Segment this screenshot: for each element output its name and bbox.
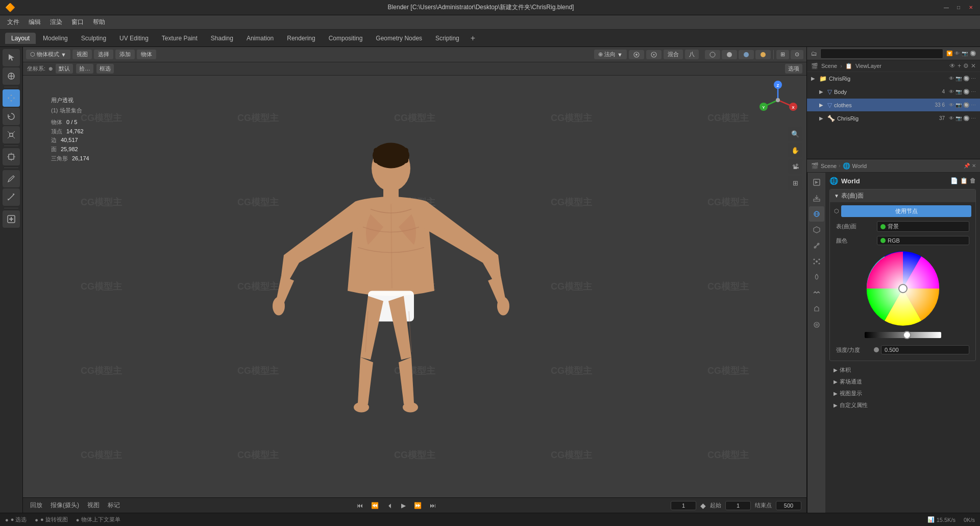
- gizmo-button[interactable]: ⊙: [791, 50, 803, 59]
- prop-tab-world[interactable]: [809, 206, 824, 222]
- jump-start-button[interactable]: ⏮: [355, 501, 365, 510]
- add-object-button[interactable]: [3, 210, 20, 228]
- outliner-item-chrisrig-top[interactable]: ▶ 📁 ChrisRig 👁 📷 🔘 ⋯: [807, 72, 980, 85]
- tab-animation[interactable]: Animation: [240, 33, 280, 44]
- scene-settings-icon[interactable]: ⚙: [963, 62, 969, 69]
- menu-edit[interactable]: 编辑: [24, 16, 45, 28]
- outliner-item-clothes[interactable]: ▶ ▽ clothes 33 6 👁 📷 🔘 ⋯: [807, 99, 980, 112]
- collection-button[interactable]: ⊞: [788, 176, 802, 190]
- start-frame-field[interactable]: 1: [725, 501, 751, 510]
- gradient-slider-handle[interactable]: [903, 331, 911, 339]
- menu-render[interactable]: 渲染: [46, 16, 66, 28]
- minimize-button[interactable]: —: [942, 4, 950, 12]
- tab-sculpting[interactable]: Sculpting: [75, 33, 112, 44]
- use-nodes-button[interactable]: 使用节点: [841, 205, 971, 217]
- num-btn[interactable]: 八: [685, 50, 699, 59]
- tab-scripting[interactable]: Scripting: [429, 33, 465, 44]
- prop-pin-icon[interactable]: 📌: [964, 163, 970, 169]
- clothes-options-icon[interactable]: ⋯: [971, 102, 976, 108]
- viewport-gizmo[interactable]: Z X Y: [757, 80, 798, 121]
- armature-camera-icon[interactable]: 📷: [955, 115, 962, 121]
- view-menu[interactable]: 视图: [72, 50, 92, 59]
- clothes-render-icon[interactable]: 🔘: [963, 102, 969, 108]
- armature-render-icon[interactable]: 🔘: [963, 115, 969, 121]
- custom-props-row[interactable]: ▶ 自定义属性: [829, 399, 976, 411]
- rotate-tool-button[interactable]: [3, 108, 20, 125]
- tab-modeling[interactable]: Modeling: [37, 33, 74, 44]
- menu-file[interactable]: 文件: [3, 16, 23, 28]
- world-delete-icon[interactable]: 🗑: [970, 177, 976, 184]
- world-copy-icon[interactable]: 📋: [960, 177, 968, 184]
- outliner-filter-icon[interactable]: 🔽: [946, 51, 952, 56]
- clothes-camera-icon[interactable]: 📷: [955, 102, 962, 108]
- menu-help[interactable]: 帮助: [89, 16, 109, 28]
- viewport-shading-material[interactable]: [739, 50, 754, 59]
- outliner-item-chrisrig-armature[interactable]: ▶ 🦴 ChrisRig 37 👁 📷 🔘 ⋯: [807, 112, 980, 125]
- viewport-shading-wire[interactable]: [705, 50, 720, 59]
- body-options-icon[interactable]: ⋯: [971, 89, 976, 94]
- object-menu[interactable]: 物体: [137, 50, 156, 59]
- select-mode[interactable]: 框选: [96, 64, 114, 74]
- outliner-search-input[interactable]: [820, 49, 943, 59]
- volume-section-row[interactable]: ▶ 体积: [829, 364, 976, 376]
- add-workspace-button[interactable]: +: [467, 32, 479, 45]
- scene-eye-icon[interactable]: 👁: [949, 62, 955, 69]
- viewport-shading-rendered[interactable]: [755, 50, 771, 59]
- timeline-camera-menu[interactable]: 报像(摄头): [48, 500, 81, 511]
- orientation-selector[interactable]: ⊕ 法向 ▼: [594, 50, 627, 59]
- clothes-eye-icon[interactable]: 👁: [949, 102, 954, 108]
- visibility-options-icon[interactable]: ⋯: [971, 76, 976, 81]
- transform-tool-button[interactable]: [3, 148, 20, 165]
- scene-close-icon[interactable]: ✕: [971, 62, 976, 69]
- color-gradient-slider[interactable]: [865, 332, 941, 338]
- prop-tab-output[interactable]: [809, 190, 824, 206]
- outliner-render-icon[interactable]: 🔘: [970, 51, 976, 56]
- pan-button[interactable]: ✋: [788, 143, 802, 157]
- measure-tool-button[interactable]: [3, 188, 20, 206]
- coord-value[interactable]: 默认: [56, 64, 73, 74]
- fog-section-row[interactable]: ▶ 雾场通道: [829, 376, 976, 388]
- visibility-render-icon[interactable]: 🔘: [963, 76, 969, 81]
- step-back-button[interactable]: ⏪: [369, 501, 381, 510]
- surface-section-header[interactable]: ▼ 表(曲)面: [830, 189, 975, 202]
- prop-tab-material[interactable]: [809, 317, 824, 332]
- proportional-edit-button[interactable]: [646, 50, 662, 59]
- color-wheel[interactable]: [865, 250, 941, 327]
- surface-field-value[interactable]: 背景: [877, 221, 969, 232]
- outliner-eye-icon[interactable]: 👁: [954, 51, 960, 56]
- tab-shading[interactable]: Shading: [205, 33, 239, 44]
- visibility-camera-icon[interactable]: 📷: [955, 76, 962, 81]
- viewport-display-row[interactable]: ▶ 视图显示: [829, 388, 976, 399]
- color-wheel-container[interactable]: [834, 250, 971, 340]
- tab-layout[interactable]: Layout: [5, 33, 36, 44]
- prop-tab-data[interactable]: [809, 301, 824, 317]
- prop-tab-constraints[interactable]: [809, 285, 824, 301]
- view-mode-selector[interactable]: ⬡ 物体模式 ▼: [26, 50, 70, 59]
- prop-tab-particles[interactable]: [809, 254, 824, 269]
- prop-tab-render[interactable]: [809, 175, 824, 190]
- play-back-button[interactable]: ⏴: [385, 501, 395, 510]
- menu-window[interactable]: 窗口: [67, 16, 88, 28]
- outliner-camera-icon[interactable]: 📷: [962, 51, 968, 56]
- timeline-playback-menu[interactable]: 回放: [28, 500, 44, 511]
- zoom-in-button[interactable]: 🔍: [788, 127, 802, 141]
- tab-texture-paint[interactable]: Texture Paint: [156, 33, 204, 44]
- world-new-icon[interactable]: 📄: [950, 177, 958, 184]
- viewport-shading-solid[interactable]: [722, 50, 737, 59]
- maximize-button[interactable]: □: [954, 4, 963, 12]
- prop-tab-object[interactable]: [809, 222, 824, 237]
- body-render-icon[interactable]: 🔘: [963, 89, 969, 94]
- tab-compositing[interactable]: Compositing: [323, 33, 369, 44]
- options-btn[interactable]: 选项: [785, 64, 802, 74]
- close-button[interactable]: ✕: [967, 4, 975, 12]
- step-forward-button[interactable]: ⏩: [412, 501, 424, 510]
- snap-button[interactable]: [629, 50, 644, 59]
- intensity-input[interactable]: 0.500: [881, 345, 969, 354]
- body-eye-icon[interactable]: 👁: [949, 89, 954, 94]
- current-frame-field[interactable]: 1: [671, 501, 696, 510]
- outliner-item-body[interactable]: ▶ ▽ Body 4 👁 📷 🔘 ⋯: [807, 85, 980, 99]
- armature-options-icon[interactable]: ⋯: [971, 115, 976, 121]
- prop-tab-modifier[interactable]: [809, 238, 824, 253]
- color-field-value[interactable]: RGB: [877, 236, 969, 245]
- select-tool-button[interactable]: [3, 49, 20, 66]
